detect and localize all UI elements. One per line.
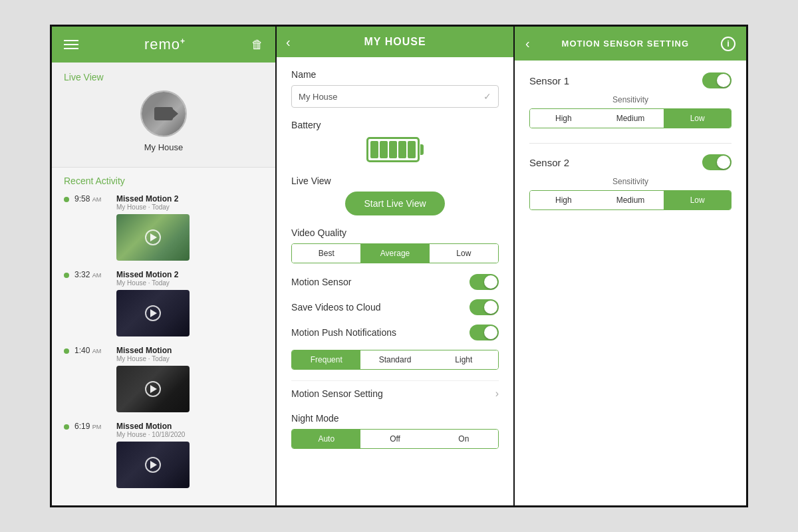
activity-subtitle: My House · 10/18/2020 [116,431,263,438]
motion-push-toggle[interactable] [469,325,499,340]
segment-option[interactable]: Light [430,350,498,369]
panel1-header: remo+ 🗑 [52,27,275,63]
activity-details: Missed Motion My House · 10/18/2020 [116,422,263,488]
sensor1-block: Sensor 1 Sensitivity HighMediumLow [529,72,732,128]
video-quality-segmented: BestAverageLow [291,243,499,263]
play-icon [150,233,157,241]
segment-option[interactable]: Auto [292,430,360,448]
panel3-header: ‹ MOTION SENSOR SETTING i [515,27,746,61]
delete-icon[interactable]: 🗑 [251,38,263,52]
panel3-title: MOTION SENSOR SETTING [562,39,689,49]
segment-option[interactable]: Low [664,191,731,209]
camera-thumbnail[interactable] [140,90,187,137]
play-icon [150,309,157,317]
name-input[interactable]: My House ✓ [291,85,499,108]
segment-option[interactable]: Off [360,430,429,448]
activity-details: Missed Motion My House · Today [116,346,263,412]
sensor2-block: Sensor 2 Sensitivity HighMediumLow [529,154,732,210]
start-live-view-button[interactable]: Start Live View [345,192,444,215]
activity-title: Missed Motion [116,346,263,355]
hamburger-menu[interactable] [64,40,78,49]
save-videos-row: Save Videos to Cloud [291,299,499,315]
play-icon [150,385,157,393]
sensor1-toggle[interactable] [702,72,732,88]
activity-time: 6:19 PM [74,422,111,431]
list-item[interactable]: 9:58 AM Missed Motion 2 My House · Today [64,194,263,261]
segment-option[interactable]: On [430,430,498,448]
panel2-title: MY HOUSE [364,36,426,48]
list-item[interactable]: 1:40 AM Missed Motion My House · Today [64,346,263,412]
sensor2-row: Sensor 2 [529,154,732,170]
live-view-label: Live View [291,176,499,186]
battery-label: Battery [291,120,499,130]
activity-dot [64,348,69,354]
segment-option[interactable]: Low [430,244,498,263]
activity-details: Missed Motion 2 My House · Today [116,194,263,261]
activity-list: 9:58 AM Missed Motion 2 My House · Today… [64,194,263,488]
camera-icon [154,107,173,120]
segment-option[interactable]: Frequent [292,350,360,369]
battery-indicator [291,137,499,162]
activity-thumbnail[interactable] [116,442,190,488]
activity-subtitle: My House · Today [116,279,263,287]
sensor2-toggle[interactable] [702,154,732,170]
sensor1-sensitivity-label: Sensitivity [529,95,732,104]
motion-push-row: Motion Push Notifications [291,325,499,340]
play-icon [150,461,157,469]
activity-subtitle: My House · Today [116,355,263,362]
segment-option[interactable]: Standard [360,350,429,369]
activity-thumbnail[interactable] [116,290,190,336]
sensor1-sensitivity-segmented: HighMediumLow [529,108,732,128]
segment-option[interactable]: Medium [597,191,664,209]
list-item[interactable]: 6:19 PM Missed Motion My House · 10/18/2… [64,422,263,488]
notification-segmented: FrequentStandardLight [291,350,499,370]
save-videos-label: Save Videos to Cloud [291,302,380,313]
info-button[interactable]: i [721,37,735,51]
night-mode-label: Night Mode [291,413,499,424]
segment-option[interactable]: Average [360,244,429,263]
activity-thumbnail[interactable] [116,366,190,412]
chevron-right-icon: › [495,388,499,400]
activity-thumbnail[interactable] [116,214,190,261]
motion-sensor-setting-row[interactable]: Motion Sensor Setting › [291,380,499,406]
activity-details: Missed Motion 2 My House · Today [116,270,263,336]
play-button[interactable] [145,381,161,397]
panel3-content: Sensor 1 Sensitivity HighMediumLow Senso… [515,61,746,237]
video-quality-label: Video Quality [291,227,499,238]
recent-activity-title: Recent Activity [64,176,263,186]
save-videos-toggle[interactable] [469,299,499,315]
panel-live-view: remo+ 🗑 Live View My House Recent Activi… [52,27,277,505]
activity-title: Missed Motion [116,422,263,431]
motion-sensor-setting-label: Motion Sensor Setting [291,388,383,399]
segment-option[interactable]: High [530,109,597,128]
sensor-divider [529,143,732,144]
segment-option[interactable]: Best [292,244,360,263]
segment-option[interactable]: High [530,191,597,209]
motion-sensor-row: Motion Sensor [291,274,499,290]
recent-activity-section: Recent Activity 9:58 AM Missed Motion 2 … [52,168,275,505]
name-label: Name [291,69,499,80]
sensor1-row: Sensor 1 [529,72,732,88]
activity-title: Missed Motion 2 [116,270,263,279]
live-view-section: Live View My House [52,63,275,168]
segment-option[interactable]: Low [664,109,731,128]
start-live-view-section: Start Live View [291,192,499,215]
back-button[interactable]: ‹ [286,35,291,50]
motion-push-label: Motion Push Notifications [291,327,396,338]
segment-option[interactable]: Medium [597,109,664,128]
motion-sensor-toggle[interactable] [469,274,499,290]
activity-time: 3:32 AM [74,270,111,279]
night-mode-segmented: AutoOffOn [291,429,499,449]
list-item[interactable]: 3:32 AM Missed Motion 2 My House · Today [64,270,263,336]
motion-sensor-label: Motion Sensor [291,277,351,287]
play-button[interactable] [145,229,161,245]
activity-subtitle: My House · Today [116,203,263,211]
activity-dot [64,273,69,278]
check-icon: ✓ [483,91,491,102]
play-button[interactable] [145,457,161,473]
sensor2-sensitivity-segmented: HighMediumLow [529,190,732,210]
play-button[interactable] [145,305,161,321]
panel3-back-button[interactable]: ‹ [525,36,530,51]
activity-title: Missed Motion 2 [116,194,263,203]
panel-motion-sensor: ‹ MOTION SENSOR SETTING i Sensor 1 Sensi… [515,27,746,505]
